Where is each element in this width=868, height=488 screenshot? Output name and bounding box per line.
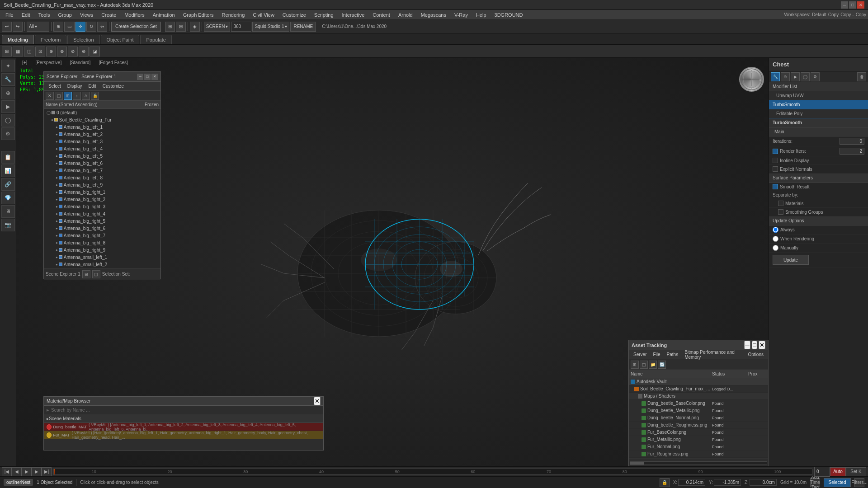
- modifier-editable-poly[interactable]: Editable Poly: [769, 109, 868, 118]
- smoothing-groups-checkbox[interactable]: [778, 209, 783, 215]
- isoline-checkbox[interactable]: [773, 158, 778, 163]
- scene-list-item[interactable]: ●Antenna_big_right_8: [44, 239, 160, 246]
- se-menu-customize[interactable]: Customize: [100, 83, 127, 89]
- menu-help[interactable]: Help: [472, 10, 490, 20]
- manually-radio[interactable]: [773, 245, 778, 251]
- scene-list-item[interactable]: ●Antenna_big_right_1: [44, 188, 160, 196]
- at-menu-bitmap[interactable]: Bitmap Performance and Memory: [682, 349, 744, 361]
- scene-explorer-minimize[interactable]: ─: [137, 74, 143, 80]
- visibility-icon[interactable]: ●: [56, 161, 58, 165]
- tab-freeform[interactable]: Freeform: [35, 35, 67, 44]
- render-frame-btn[interactable]: 📷: [1, 219, 15, 231]
- asset-row[interactable]: Fur_BaseColor.pngFound: [629, 429, 768, 436]
- scene-list-item[interactable]: ●Antenna_big_left_1: [44, 123, 160, 131]
- menu-3dground[interactable]: 3DGROUND: [491, 10, 527, 20]
- render-iters-checkbox[interactable]: [773, 149, 778, 154]
- material-row-dung[interactable]: Dung_beetle_MAT ( VRayMtl ) [Antenna_big…: [44, 423, 323, 431]
- at-menu-server[interactable]: Server: [631, 351, 649, 358]
- menu-rendering[interactable]: Rendering: [218, 10, 249, 20]
- tab-object-paint[interactable]: Object Paint: [101, 35, 140, 44]
- asset-row[interactable]: Fur_Roughness.pngFound: [629, 450, 768, 458]
- scene-list-item[interactable]: ●Antenna_small_left_1: [44, 253, 160, 261]
- rotate-button[interactable]: ↻: [86, 22, 96, 32]
- rp-delete-btn[interactable]: 🗑: [857, 72, 866, 81]
- tab-selection[interactable]: Selection: [67, 35, 99, 44]
- ribbon-btn-8[interactable]: ⊛: [79, 47, 89, 56]
- rp-btn-utilities[interactable]: ⚙: [811, 72, 820, 81]
- set-key-btn[interactable]: Set K: [846, 467, 866, 476]
- prev-frame-btn[interactable]: ◀: [12, 467, 22, 476]
- material-browser-close[interactable]: ✕: [314, 397, 321, 405]
- modifier-turbosmooth[interactable]: TurboSmooth: [769, 100, 868, 109]
- menu-civil-view[interactable]: Civil View: [249, 10, 278, 20]
- menu-file[interactable]: File: [2, 10, 17, 20]
- smooth-result-checkbox[interactable]: [773, 184, 778, 189]
- visibility-icon[interactable]: ●: [51, 118, 53, 122]
- scene-list-item[interactable]: ●Antenna_big_left_4: [44, 145, 160, 152]
- current-frame-input[interactable]: [814, 467, 830, 477]
- minimize-button[interactable]: ─: [841, 1, 848, 9]
- menu-arnold[interactable]: Arnold: [395, 10, 416, 20]
- asset-row[interactable]: Soil_Beetle_Crawling_Fur_max_vray.maxLog…: [629, 385, 768, 393]
- visibility-icon[interactable]: ●: [56, 241, 58, 245]
- tab-populate[interactable]: Populate: [140, 35, 171, 44]
- motion-panel-btn[interactable]: ▶: [1, 100, 15, 113]
- hierarchy-panel-btn[interactable]: ⊕: [1, 87, 15, 99]
- go-to-end-btn[interactable]: ▶|: [42, 467, 52, 476]
- viewport-faces-label[interactable]: [Edged Faces]: [96, 60, 130, 66]
- asset-row[interactable]: Dung_beetle_Normal.pngFound: [629, 414, 768, 422]
- viewport-bracket[interactable]: [+]: [20, 60, 29, 66]
- asset-row[interactable]: Autodesk Vault: [629, 378, 768, 385]
- close-button[interactable]: ✕: [857, 1, 864, 9]
- ribbon-btn-1[interactable]: ⊞: [2, 47, 12, 56]
- material-editor-sidebar-btn[interactable]: 💎: [1, 192, 15, 204]
- timeline-track[interactable]: 10 20 30 40 50 60 70 80 90 100: [53, 469, 812, 475]
- scene-list-item[interactable]: ●Antenna_big_left_2: [44, 131, 160, 138]
- rp-btn-display[interactable]: ◯: [801, 72, 810, 81]
- select-button[interactable]: ⊕: [53, 22, 63, 32]
- menu-megascans[interactable]: Megascans: [417, 10, 450, 20]
- scene-list-item[interactable]: ●Antenna_big_left_7: [44, 167, 160, 174]
- scene-list-item[interactable]: ●Antenna_big_right_7: [44, 232, 160, 239]
- scene-list-item[interactable]: ●Antenna_small_left_2: [44, 261, 160, 268]
- se-menu-edit[interactable]: Edit: [86, 83, 99, 89]
- visibility-icon[interactable]: ●: [56, 176, 58, 180]
- create-panel-btn[interactable]: ✦: [1, 60, 15, 72]
- align-button[interactable]: ⊞: [165, 22, 175, 32]
- visibility-icon[interactable]: ●: [56, 169, 58, 173]
- at-menu-paths[interactable]: Paths: [664, 351, 681, 358]
- visibility-icon[interactable]: ●: [56, 147, 58, 151]
- asset-row[interactable]: Dung_beetle_Metallic.pngFound: [629, 407, 768, 414]
- scene-list-item[interactable]: ◯0 (default): [44, 109, 160, 116]
- rp-btn-modify[interactable]: 🔧: [771, 72, 780, 81]
- track-view-btn[interactable]: 📊: [1, 164, 15, 177]
- material-editor-button[interactable]: ◈: [190, 22, 200, 32]
- se-btn-5[interactable]: A: [82, 92, 90, 100]
- x-input[interactable]: [678, 479, 705, 486]
- viewport-navigation-gizmo[interactable]: Y X Z: [739, 67, 764, 92]
- studio-dropdown[interactable]: Squid Studio 1 ▾: [252, 22, 289, 32]
- timeline[interactable]: |◀ ◀ ▶ ▶ ▶| 10 20 30 40 50 60 70 80 90 1…: [0, 466, 868, 476]
- rp-btn-motion[interactable]: ▶: [791, 72, 800, 81]
- explicit-normals-checkbox[interactable]: [773, 166, 778, 172]
- se-btn-1[interactable]: ✕: [46, 92, 54, 100]
- modifier-unwrap[interactable]: Unwrap UVW: [769, 91, 868, 100]
- create-selection-set-button[interactable]: Create Selection Set: [111, 22, 161, 32]
- iterations-input[interactable]: [840, 138, 864, 145]
- at-btn-4[interactable]: 🔄: [658, 361, 666, 369]
- asset-scroll-track[interactable]: [630, 461, 767, 465]
- scene-list-item[interactable]: ●Antenna_big_left_6: [44, 160, 160, 167]
- se-footer-btn-1[interactable]: ⊞: [82, 270, 90, 278]
- ribbon-btn-9[interactable]: ◪: [90, 47, 100, 56]
- visibility-icon[interactable]: ●: [56, 125, 58, 129]
- scene-list-item[interactable]: ●Soil_Beetle_Crawling_Fur: [44, 116, 160, 123]
- menu-interactive[interactable]: Interactive: [338, 10, 368, 20]
- at-btn-3[interactable]: 📁: [649, 361, 657, 369]
- asset-row[interactable]: Fur_Normal.pngFound: [629, 443, 768, 450]
- scene-list-item[interactable]: ●Antenna_big_left_5: [44, 152, 160, 160]
- asset-row[interactable]: Fur_Metallic.pngFound: [629, 436, 768, 443]
- display-panel-btn[interactable]: ◯: [1, 114, 15, 127]
- ribbon-btn-4[interactable]: ⊡: [35, 47, 45, 56]
- visibility-icon[interactable]: ●: [56, 132, 58, 136]
- schematic-view-btn[interactable]: 🔗: [1, 178, 15, 191]
